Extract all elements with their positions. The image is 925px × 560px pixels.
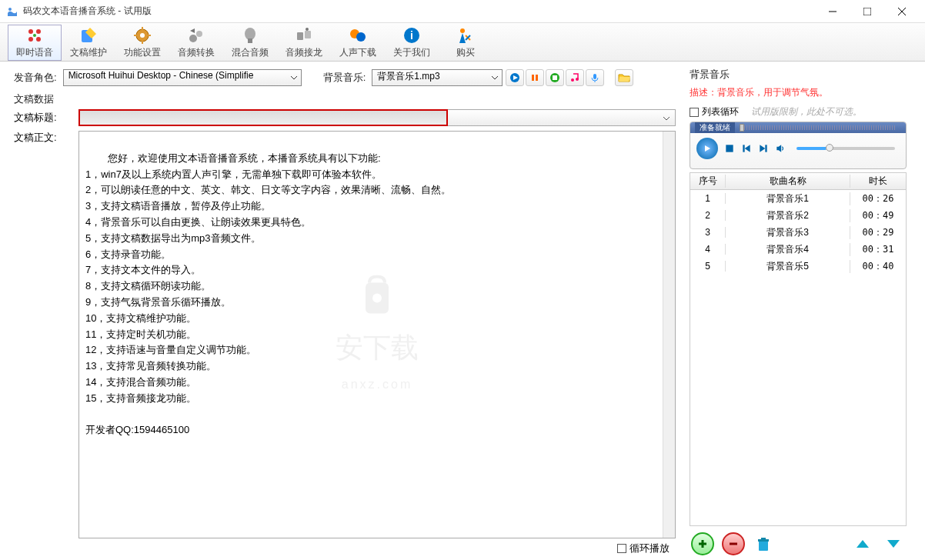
scroll-up-button[interactable]: [851, 533, 874, 555]
svg-point-9: [33, 34, 36, 37]
svg-point-12: [140, 33, 145, 38]
svg-rect-31: [536, 75, 538, 81]
volume-slider[interactable]: [796, 147, 895, 150]
tool-instant-voice[interactable]: 即时语音: [8, 25, 62, 61]
svg-rect-30: [532, 75, 534, 81]
player-track[interactable]: [740, 125, 897, 130]
scroll-down-button[interactable]: [882, 533, 905, 555]
col-index-header: 序号: [690, 175, 726, 188]
gear-icon: [133, 26, 152, 45]
voice-icon: [25, 26, 44, 45]
tool-label: 文稿维护: [70, 46, 107, 59]
chevron-down-icon: [491, 73, 499, 84]
tool-label: 音频转换: [178, 46, 215, 59]
title-label: 文稿标题:: [14, 111, 78, 125]
list-loop-checkbox[interactable]: [690, 108, 699, 117]
voice-select[interactable]: Microsoft Huihui Desktop - Chinese (Simp…: [63, 69, 302, 86]
open-folder-button[interactable]: [615, 69, 633, 86]
svg-point-28: [460, 28, 465, 33]
remove-button[interactable]: [722, 532, 745, 555]
tool-audio-chain[interactable]: 音频接龙: [277, 25, 331, 61]
table-row[interactable]: 3背景音乐300：29: [690, 224, 906, 241]
close-button[interactable]: [884, 1, 919, 22]
mic-button[interactable]: [586, 69, 604, 86]
player-play-button[interactable]: [696, 138, 718, 159]
tool-settings[interactable]: 功能设置: [115, 25, 169, 61]
svg-rect-46: [759, 541, 768, 551]
tool-audio-convert[interactable]: 音频转换: [169, 25, 223, 61]
audio-player: 准备就绪: [690, 122, 907, 169]
player-stop-button[interactable]: [724, 143, 735, 154]
left-panel: 发音角色: Microsoft Huihui Desktop - Chinese…: [0, 62, 685, 560]
window-title: 码农文本语音播音系统 - 试用版: [23, 5, 815, 18]
title-input[interactable]: [78, 109, 448, 126]
svg-rect-33: [553, 75, 557, 80]
player-thumb[interactable]: [740, 124, 744, 132]
music-button[interactable]: [566, 69, 584, 86]
svg-rect-40: [726, 145, 733, 152]
svg-rect-2: [863, 8, 871, 15]
watermark: 安下载 anxz.com: [336, 275, 419, 394]
app-icon: [6, 5, 18, 18]
svg-point-19: [245, 28, 255, 40]
svg-rect-47: [758, 539, 769, 542]
bgm-select[interactable]: 背景音乐1.mp3: [372, 69, 503, 86]
tool-doc-maintain[interactable]: 文稿维护: [62, 25, 115, 61]
svg-text:i: i: [410, 29, 413, 42]
svg-rect-15: [134, 35, 137, 36]
bgm-label: 背景音乐:: [323, 71, 366, 85]
table-row[interactable]: 4背景音乐400：31: [690, 241, 906, 258]
svg-rect-38: [366, 282, 389, 313]
table-row[interactable]: 1背景音乐100：26: [690, 190, 906, 207]
col-name-header: 歌曲名称: [726, 175, 850, 188]
tool-label: 功能设置: [124, 46, 161, 59]
chevron-down-icon: [290, 73, 298, 84]
play-button[interactable]: [506, 69, 524, 86]
convert-icon: [187, 26, 205, 45]
tool-buy[interactable]: 购买: [439, 25, 493, 61]
player-volume-icon[interactable]: [775, 143, 786, 154]
player-prev-button[interactable]: [741, 143, 752, 154]
svg-point-7: [28, 37, 33, 42]
tool-about[interactable]: i 关于我们: [385, 25, 439, 61]
svg-rect-21: [297, 32, 303, 40]
list-loop-label: 列表循环: [702, 105, 739, 118]
table-row[interactable]: 2背景音乐200：49: [690, 207, 906, 224]
col-duration-header: 时长: [850, 175, 906, 188]
tool-voice-download[interactable]: 人声下载: [331, 25, 385, 61]
svg-point-6: [36, 29, 41, 34]
loop-checkbox[interactable]: [617, 544, 626, 553]
scrollbar[interactable]: [663, 132, 675, 538]
voice-label: 发音角色:: [14, 71, 57, 85]
svg-point-17: [189, 35, 197, 42]
volume-thumb[interactable]: [826, 144, 833, 152]
table-row[interactable]: 5背景音乐500：40: [690, 258, 906, 275]
minimize-button[interactable]: [815, 1, 850, 22]
add-button[interactable]: [691, 532, 714, 555]
pause-button[interactable]: [526, 69, 544, 86]
svg-rect-36: [593, 74, 596, 79]
loop-label: 循环播放: [629, 542, 670, 555]
svg-rect-20: [248, 38, 252, 43]
chain-icon: [295, 26, 313, 45]
svg-point-8: [36, 37, 41, 42]
stop-button[interactable]: [546, 69, 564, 86]
title-dropdown[interactable]: [448, 109, 676, 126]
player-next-button[interactable]: [758, 143, 769, 154]
buy-icon: [456, 26, 475, 45]
body-textarea[interactable]: 您好，欢迎使用文本语音播音系统，本播音系统具有以下功能: 1，win7及以上系统…: [78, 131, 676, 538]
svg-rect-16: [148, 35, 151, 36]
trash-button[interactable]: [753, 533, 774, 555]
tool-label: 人声下载: [339, 46, 376, 59]
about-icon: i: [402, 26, 421, 45]
tool-mix-audio[interactable]: 混合音频: [223, 25, 277, 61]
tool-label: 关于我们: [393, 46, 430, 59]
svg-rect-42: [765, 145, 766, 152]
list-loop-hint: 试用版限制，此处不可选。: [751, 105, 862, 118]
maximize-button[interactable]: [850, 1, 884, 22]
main-toolbar: 即时语音 文稿维护 功能设置 音频转换 混合音频 音频接龙 人声下载 i 关于我…: [0, 23, 925, 62]
svg-point-0: [8, 8, 12, 11]
tool-label: 即时语音: [16, 46, 53, 59]
bgm-section-title: 背景音乐: [690, 68, 907, 82]
svg-point-5: [28, 29, 33, 34]
